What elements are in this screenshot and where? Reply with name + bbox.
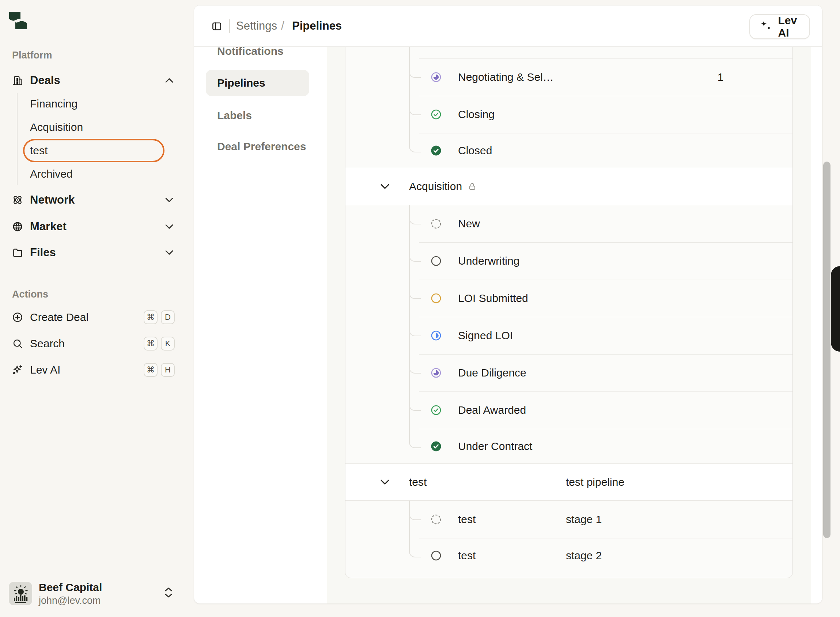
deals-sub-list: FinancingAcquisitiontestArchived <box>23 92 164 186</box>
stage-name: Negotiating & Sel… <box>458 71 554 83</box>
keycap: H <box>161 363 175 377</box>
settings-nav-notifications[interactable]: Notifications <box>206 47 309 64</box>
sparkles-icon <box>760 20 773 33</box>
sidebar-subitem-label: Acquisition <box>30 121 83 133</box>
deals-tree-line <box>17 93 18 185</box>
breadcrumb-separator: / <box>281 19 284 32</box>
sidebar-toggle-icon[interactable] <box>211 21 222 32</box>
settings-nav-pipelines[interactable]: Pipelines <box>206 70 309 96</box>
stage-name: Signed LOI <box>458 329 513 342</box>
stage-name: Under Contract <box>458 440 532 453</box>
action-search[interactable]: Search ⌘ K <box>0 333 183 354</box>
row-separator <box>419 538 793 539</box>
breadcrumb-pipelines: Pipelines <box>292 19 342 32</box>
pipeline-stage-row[interactable]: Due Diligence <box>345 354 793 391</box>
sidebar: Platform Deals FinancingAcquisitiontestA… <box>0 0 194 617</box>
stage-status-icon-check-outline-green <box>431 109 441 120</box>
breadcrumb-settings[interactable]: Settings <box>236 19 277 32</box>
sidebar-subitem-archived[interactable]: Archived <box>23 162 164 186</box>
pipeline-stage-row[interactable]: Under Contract <box>345 429 793 463</box>
stage-status-icon-dashed-circle <box>431 218 441 229</box>
sidebar-subitem-label: Archived <box>30 168 73 180</box>
stage-status-icon-circle-outline <box>431 550 441 561</box>
keycap: D <box>161 310 175 324</box>
pipeline-stage-row[interactable]: Closed <box>345 133 793 168</box>
pipeline-name: test <box>409 476 427 489</box>
chevron-down-icon <box>165 224 173 229</box>
stage-description: stage 1 <box>566 513 602 525</box>
pipeline-stage-row[interactable]: Deal Awarded <box>345 391 793 429</box>
stage-description: stage 2 <box>566 549 602 562</box>
settings-nav-deal-preferences[interactable]: Deal Preferences <box>206 133 309 160</box>
avatar <box>9 582 32 605</box>
chevron-up-icon <box>165 78 173 83</box>
platform-section-label: Platform <box>12 50 52 61</box>
pipeline-stage-row[interactable]: teststage 1 <box>345 501 793 538</box>
lock-icon <box>468 182 477 191</box>
page-header: Settings / Pipelines Lev AI <box>194 6 822 47</box>
shortcut-keys: ⌘ K <box>144 337 175 351</box>
pipelines-content: Negotiating & Sel…1 Closing Closed Acqui… <box>327 47 811 604</box>
pipeline-stage-row[interactable]: teststage 2 <box>345 538 793 573</box>
sidebar-subitem-financing[interactable]: Financing <box>23 92 164 115</box>
action-label: Search <box>30 337 65 350</box>
sparkle-icon <box>12 365 23 375</box>
globe-icon <box>12 221 23 232</box>
stage-name: Underwriting <box>458 255 520 267</box>
pipeline-stage-row[interactable]: New <box>345 205 793 242</box>
pipeline-stage-row[interactable]: Closing <box>345 96 793 133</box>
stage-status-icon-check-solid-green <box>431 145 441 156</box>
shortcut-keys: ⌘ H <box>144 363 175 377</box>
stage-name: Closing <box>458 108 495 121</box>
row-separator <box>419 429 793 429</box>
row-separator <box>419 354 793 354</box>
sidebar-subitem-label: test <box>30 145 47 157</box>
sidebar-item-files[interactable]: Files <box>0 242 183 264</box>
pipeline-stage-row[interactable]: Negotiating & Sel…1 <box>345 59 793 96</box>
pipeline-header-row[interactable]: Acquisition <box>345 168 793 205</box>
sidebar-subitem-acquisition[interactable]: Acquisition <box>23 115 164 139</box>
user-menu[interactable]: Beef Capital john@lev.com <box>0 576 183 611</box>
action-label: Lev AI <box>30 364 60 376</box>
stage-status-icon-check-solid-green <box>431 441 441 452</box>
stage-name: LOI Submitted <box>458 292 528 304</box>
circle-plus-icon <box>12 312 23 323</box>
lev-ai-button[interactable]: Lev AI <box>749 14 810 39</box>
sidebar-subitem-test[interactable]: test <box>23 139 164 162</box>
edge-drawer-handle[interactable] <box>831 266 840 351</box>
row-separator <box>419 133 793 133</box>
chevron-down-icon[interactable] <box>381 184 389 189</box>
action-label: Create Deal <box>30 311 89 323</box>
pipeline-name: Acquisition <box>409 180 462 193</box>
pipeline-stage-row[interactable]: Underwriting <box>345 242 793 280</box>
sidebar-item-label: Deals <box>30 74 60 87</box>
stage-status-icon-dashed-circle <box>431 514 441 525</box>
chevrons-up-down-icon <box>164 587 173 598</box>
sidebar-item-deals[interactable]: Deals <box>0 69 183 92</box>
actions-section-label: Actions <box>12 289 48 300</box>
pipeline-stage-row[interactable]: LOI Submitted <box>345 280 793 317</box>
sidebar-item-label: Network <box>30 193 75 207</box>
atom-icon <box>12 195 23 205</box>
pipelines-table: Negotiating & Sel…1 Closing Closed Acqui… <box>345 47 793 578</box>
settings-nav-label: Deal Preferences <box>217 140 306 153</box>
keycap: ⌘ <box>144 310 158 324</box>
stage-name: test <box>458 513 475 525</box>
keycap: ⌘ <box>144 363 158 377</box>
scrollbar-thumb[interactable] <box>823 162 831 538</box>
stage-deal-count: 1 <box>706 71 735 83</box>
pipeline-header-row[interactable]: test test pipeline <box>345 463 793 501</box>
settings-nav-labels[interactable]: Labels <box>206 102 309 128</box>
sidebar-item-market[interactable]: Market <box>0 216 183 238</box>
action-lev-ai[interactable]: Lev AI ⌘ H <box>0 359 183 381</box>
chevron-down-icon[interactable] <box>381 480 389 485</box>
pipeline-stage-row[interactable]: Signed LOI <box>345 317 793 354</box>
row-separator <box>419 391 793 392</box>
action-create-deal[interactable]: Create Deal ⌘ D <box>0 306 183 328</box>
stage-name: Deal Awarded <box>458 404 526 416</box>
row-separator <box>419 280 793 280</box>
settings-nav-label: Pipelines <box>217 77 266 89</box>
row-separator <box>419 242 793 243</box>
app-logo-icon[interactable] <box>9 11 27 30</box>
sidebar-item-network[interactable]: Network <box>0 189 183 211</box>
